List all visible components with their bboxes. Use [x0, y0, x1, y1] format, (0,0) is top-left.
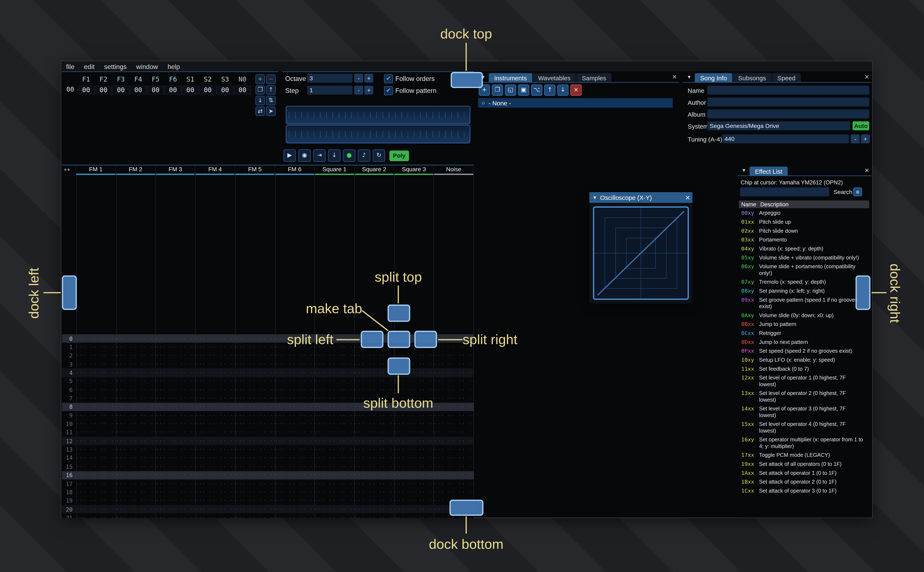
repeat-pattern-toggle[interactable]: ●	[343, 149, 355, 162]
instrument-none-row[interactable]: ○ - None -	[478, 98, 673, 108]
octave-decrease-button[interactable]: -	[354, 74, 363, 83]
pattern-cell[interactable]: ··· ·· ·· ····	[275, 362, 315, 367]
effect-row[interactable]: 0AxyVolume slide (0y: down; x0: up)	[739, 311, 870, 320]
pattern-cell[interactable]: ··· ·· ·· ····	[355, 507, 394, 512]
pattern-cell[interactable]: ··· ·· ·· ····	[116, 515, 156, 518]
piano-upper-octaves[interactable]	[286, 106, 471, 124]
pattern-cell[interactable]: ··· ·· ·· ····	[156, 507, 195, 512]
channel-header-fm-5[interactable]: FM 5	[235, 165, 275, 175]
pattern-cell[interactable]: ··· ·· ·· ····	[434, 473, 474, 478]
pattern-cell[interactable]: ··· ·· ·· ····	[195, 507, 235, 512]
pattern-cell[interactable]: ··· ·· ·· ····	[355, 387, 394, 393]
pattern-cell[interactable]: ··· ·· ·· ····	[156, 455, 195, 461]
pattern-cell[interactable]: ··· ·· ·· ····	[156, 387, 195, 393]
pattern-cell[interactable]: ··· ·· ·· ····	[156, 430, 195, 435]
effect-row[interactable]: 01xxPitch slide up	[739, 218, 870, 227]
effect-row[interactable]: 04xyVibrato (x: speed; y: depth)	[739, 244, 870, 253]
pattern-cell[interactable]: ··· ·· ·· ····	[315, 353, 355, 358]
pattern-cell[interactable]: ··· ·· ·· ····	[355, 473, 394, 478]
play-pattern-button[interactable]: ◉	[298, 149, 311, 162]
order-remove-button[interactable]: −	[266, 75, 276, 84]
pattern-cell[interactable]: ··· ·· ·· ····	[275, 490, 315, 495]
pattern-cell[interactable]: ··· ·· ·· ····	[235, 481, 275, 487]
pattern-row[interactable]: 17··· ·· ·· ······· ·· ·· ······· ·· ·· …	[62, 479, 474, 488]
pattern-cell[interactable]: ··· ·· ·· ····	[195, 413, 235, 418]
dock-top-target[interactable]	[451, 72, 483, 88]
pattern-cell[interactable]: ··· ·· ·· ····	[76, 438, 116, 444]
effect-row[interactable]: 08xySet panning (x: left; y: right)	[739, 287, 870, 295]
pattern-cell[interactable]: ··· ·· ·· ····	[116, 507, 156, 512]
effect-row[interactable]: 16xySet operator multiplier (x: operator…	[739, 435, 870, 451]
channel-header-square-3[interactable]: Square 3	[394, 165, 434, 175]
pattern-cell[interactable]: ··· ·· ·· ····	[195, 455, 235, 461]
pattern-cell[interactable]: ··· ·· ·· ····	[394, 473, 434, 478]
pattern-cell[interactable]: ··· ·· ·· ····	[195, 396, 235, 401]
pattern-cell[interactable]: ··· ·· ·· ····	[156, 345, 195, 350]
pattern-cell[interactable]: ··· ·· ·· ····	[156, 464, 195, 469]
pattern-cell[interactable]: ··· ·· ·· ····	[235, 473, 275, 478]
pattern-cell[interactable]: ··· ·· ·· ····	[235, 413, 275, 418]
pattern-cell[interactable]: ··· ·· ·· ····	[315, 387, 355, 393]
pattern-cell[interactable]: ··· ·· ·· ····	[76, 387, 116, 393]
pattern-cell[interactable]: ··· ·· ·· ····	[195, 370, 235, 376]
effect-row[interactable]: 0DxxJump to next pattern	[739, 338, 870, 347]
pattern-cell[interactable]: ··· ·· ·· ····	[116, 438, 156, 444]
pattern-cell[interactable]: ··· ·· ·· ····	[275, 515, 315, 518]
pattern-cell[interactable]: ··· ·· ·· ····	[275, 396, 315, 401]
album-input[interactable]	[707, 110, 869, 118]
step-row-button[interactable]: ↓	[328, 149, 341, 162]
pattern-cell[interactable]: ··· ·· ·· ····	[355, 438, 394, 444]
pattern-cell[interactable]: ··· ·· ·· ····	[76, 507, 116, 512]
pattern-cell[interactable]: ··· ·· ·· ····	[355, 490, 394, 495]
pattern-cell[interactable]: ··· ·· ·· ····	[195, 447, 235, 452]
channel-header-fm-4[interactable]: FM 4	[195, 165, 235, 175]
pattern-cell[interactable]: ··· ·· ·· ····	[195, 430, 235, 435]
pattern-cell[interactable]: ··· ·· ·· ····	[355, 481, 394, 487]
pattern-cell[interactable]: ··· ·· ·· ····	[156, 413, 195, 418]
pattern-cell[interactable]: ··· ·· ·· ····	[195, 379, 235, 384]
pattern-cell[interactable]: ··· ·· ·· ····	[315, 447, 355, 452]
pattern-row[interactable]: 12··· ·· ·· ······· ·· ·· ······· ·· ·· …	[62, 437, 474, 445]
pattern-cell[interactable]: ··· ·· ·· ····	[434, 455, 474, 461]
order-cell[interactable]: 00	[147, 86, 164, 95]
pattern-cell[interactable]: ··· ·· ·· ····	[434, 353, 474, 358]
pattern-row[interactable]: 2··· ·· ·· ······· ·· ·· ······· ·· ·· ·…	[62, 351, 474, 360]
order-deep-clone-button[interactable]: ⇅	[266, 96, 276, 106]
pattern-cell[interactable]: ··· ·· ·· ····	[434, 490, 474, 495]
effect-row[interactable]: 14xxSet level of operator 3 (0 highest, …	[739, 404, 870, 420]
pattern-cell[interactable]: ··· ·· ·· ····	[76, 481, 116, 487]
split-right-target[interactable]	[414, 331, 437, 348]
pattern-cell[interactable]: ··· ·· ·· ····	[394, 430, 434, 435]
effect-row[interactable]: 17xxToggle PCM mode (LEGACY)	[739, 451, 870, 460]
order-cell[interactable]: 00	[112, 86, 129, 95]
step-increase-button[interactable]: +	[364, 86, 373, 95]
order-cell[interactable]: 00	[234, 86, 251, 95]
pattern-cell[interactable]: ··· ·· ·· ····	[116, 464, 156, 469]
pattern-cell[interactable]: ··· ·· ·· ····	[156, 438, 195, 444]
pattern-cell[interactable]: ··· ·· ·· ····	[235, 507, 275, 512]
pattern-cell[interactable]: ··· ·· ·· ····	[195, 421, 235, 427]
pattern-cell[interactable]: ··· ·· ·· ····	[195, 481, 235, 487]
pattern-cell[interactable]: ··· ·· ·· ····	[235, 370, 275, 376]
pattern-cell[interactable]: ··· ·· ·· ····	[275, 387, 315, 393]
pattern-cell[interactable]: ··· ·· ·· ····	[434, 438, 474, 444]
pattern-expand-button[interactable]: ++	[62, 165, 76, 175]
pattern-cell[interactable]: ··· ·· ·· ····	[235, 447, 275, 452]
pattern-cell[interactable]: ··· ·· ·· ····	[156, 370, 195, 376]
auto-tuning-button[interactable]: Auto	[853, 121, 869, 130]
pattern-cell[interactable]: ··· ·· ·· ····	[116, 421, 156, 427]
save-instrument-button[interactable]: ▣	[518, 84, 529, 96]
pattern-cell[interactable]: ··· ·· ·· ····	[394, 464, 434, 469]
pattern-row[interactable]: 11··· ·· ·· ······· ·· ·· ······· ·· ·· …	[62, 428, 474, 437]
pattern-cell[interactable]: ··· ·· ·· ····	[156, 379, 195, 384]
pattern-cell[interactable]: ··· ·· ·· ····	[434, 362, 474, 367]
pattern-cell[interactable]: ··· ·· ·· ····	[76, 404, 116, 410]
pattern-cell[interactable]: ··· ·· ·· ····	[76, 464, 116, 469]
pattern-row[interactable]: 1··· ·· ·· ······· ·· ·· ······· ·· ·· ·…	[62, 343, 474, 351]
pattern-row[interactable]: 9··· ·· ·· ······· ·· ·· ······· ·· ·· ·…	[62, 411, 474, 420]
pattern-cell[interactable]: ··· ·· ·· ····	[235, 353, 275, 358]
system-input[interactable]: Sega Genesis/Mega Drive	[707, 121, 850, 130]
pattern-cell[interactable]: ··· ·· ·· ····	[275, 455, 315, 461]
effect-row[interactable]: 11xxSet feedback (0 to 7)	[739, 365, 870, 374]
effect-list-menu-icon[interactable]: ≡	[853, 187, 862, 196]
